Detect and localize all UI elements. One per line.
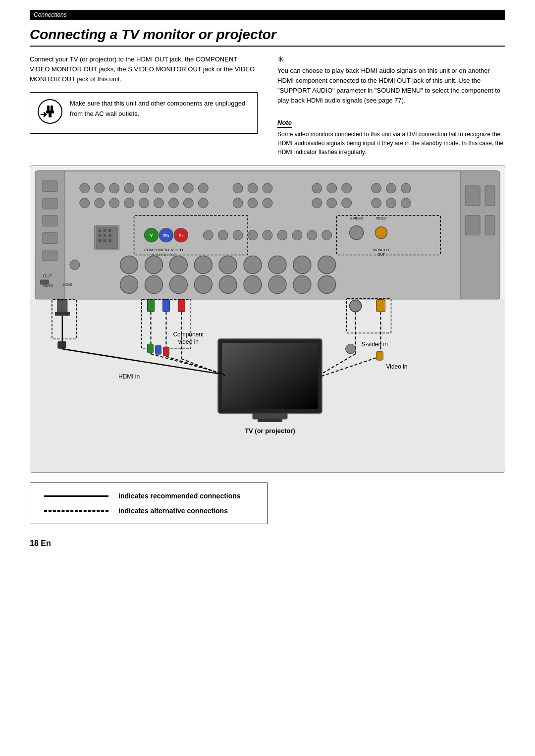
svg-rect-147 xyxy=(163,347,169,356)
svg-point-35 xyxy=(263,198,272,208)
svg-text:video in: video in xyxy=(178,338,199,345)
svg-text:COMPONENT VIDEO: COMPONENT VIDEO xyxy=(144,247,183,252)
svg-point-27 xyxy=(124,198,134,208)
svg-point-98 xyxy=(318,275,336,293)
svg-rect-116 xyxy=(162,299,169,312)
svg-text:HDMI: HDMI xyxy=(63,283,72,286)
svg-point-81 xyxy=(120,256,138,273)
svg-point-29 xyxy=(154,198,163,208)
warning-box: Make sure that this unit and other compo… xyxy=(30,92,258,134)
svg-point-85 xyxy=(219,256,237,273)
svg-rect-146 xyxy=(155,345,161,354)
svg-point-10 xyxy=(139,183,149,193)
svg-text:MONITOR: MONITOR xyxy=(373,248,389,251)
intro-left-text: Connect your TV (or projector) to the HD… xyxy=(30,54,258,84)
svg-text:Pb: Pb xyxy=(163,233,169,238)
svg-rect-45 xyxy=(43,215,57,226)
svg-text:Video in: Video in xyxy=(386,363,407,370)
svg-point-67 xyxy=(233,230,243,240)
svg-point-90 xyxy=(120,275,138,293)
svg-rect-115 xyxy=(148,299,155,312)
diagram-svg: OUT HDMI Y Pb Pr COMPONENT VIDEO MONITOR… xyxy=(30,166,505,473)
svg-point-40 xyxy=(386,198,396,208)
svg-point-68 xyxy=(248,230,258,240)
svg-rect-50 xyxy=(40,279,49,284)
svg-point-65 xyxy=(203,230,213,240)
svg-point-18 xyxy=(312,183,322,193)
dashed-line-icon xyxy=(44,510,108,512)
svg-point-72 xyxy=(307,230,317,240)
svg-rect-117 xyxy=(178,299,185,312)
svg-point-39 xyxy=(372,198,381,208)
svg-point-82 xyxy=(145,256,163,273)
svg-point-38 xyxy=(342,198,352,208)
svg-rect-1 xyxy=(47,106,50,110)
svg-rect-121 xyxy=(222,343,318,409)
page-number: 18 En xyxy=(30,539,505,548)
svg-point-96 xyxy=(268,275,286,293)
svg-point-34 xyxy=(248,198,258,208)
svg-point-70 xyxy=(277,230,287,240)
svg-point-6 xyxy=(80,183,90,193)
svg-rect-108 xyxy=(104,239,107,242)
svg-rect-52 xyxy=(465,185,480,205)
svg-rect-102 xyxy=(104,229,107,232)
intro-right: ✳︎ You can choose to play back HDMI audi… xyxy=(277,54,505,157)
svg-point-37 xyxy=(327,198,337,208)
svg-point-15 xyxy=(233,183,243,193)
svg-point-75 xyxy=(350,225,364,239)
svg-rect-122 xyxy=(253,413,287,419)
svg-text:Pr: Pr xyxy=(179,233,184,238)
warning-icon xyxy=(37,99,63,127)
svg-rect-3 xyxy=(46,110,54,113)
note-text: Some video monitors connected to this un… xyxy=(277,130,505,157)
svg-point-14 xyxy=(198,183,208,193)
solid-label: indicates recommended connections xyxy=(118,492,241,500)
svg-point-69 xyxy=(263,230,272,240)
svg-point-89 xyxy=(318,256,336,273)
svg-point-24 xyxy=(80,198,90,208)
svg-point-91 xyxy=(145,275,163,293)
svg-point-8 xyxy=(109,183,119,193)
svg-rect-47 xyxy=(43,250,57,261)
svg-rect-123 xyxy=(258,419,282,422)
svg-point-95 xyxy=(244,275,262,293)
svg-point-20 xyxy=(342,183,352,193)
svg-rect-43 xyxy=(43,180,57,191)
legend-box: indicates recommended connections indica… xyxy=(30,483,268,524)
intro-left: Connect your TV (or projector) to the HD… xyxy=(30,54,258,157)
svg-rect-53 xyxy=(485,185,495,205)
svg-point-84 xyxy=(194,256,212,273)
breadcrumb: Connections xyxy=(30,10,505,20)
svg-point-66 xyxy=(218,230,228,240)
svg-rect-114 xyxy=(55,312,70,316)
svg-point-30 xyxy=(168,198,178,208)
svg-rect-150 xyxy=(58,341,66,348)
svg-text:S VIDEO: S VIDEO xyxy=(349,216,364,219)
svg-rect-55 xyxy=(485,215,495,235)
intro-right-text: You can choose to play back HDMI audio s… xyxy=(277,66,505,106)
svg-point-19 xyxy=(327,183,337,193)
tip-icon: ✳︎ xyxy=(277,54,505,64)
svg-text:VIDEO: VIDEO xyxy=(376,216,387,219)
svg-point-93 xyxy=(194,275,212,293)
svg-rect-4 xyxy=(49,113,52,117)
page-title: Connecting a TV monitor or projector xyxy=(30,27,505,47)
svg-point-110 xyxy=(70,260,80,270)
svg-text:HDMI in: HDMI in xyxy=(118,373,140,380)
svg-point-22 xyxy=(386,183,396,193)
legend-solid: indicates recommended connections xyxy=(44,492,253,500)
svg-point-11 xyxy=(154,183,163,193)
svg-rect-109 xyxy=(108,239,111,242)
svg-point-88 xyxy=(293,256,311,273)
svg-point-77 xyxy=(375,226,387,238)
svg-point-9 xyxy=(124,183,134,193)
svg-point-13 xyxy=(183,183,193,193)
svg-point-73 xyxy=(322,230,332,240)
intro-columns: Connect your TV (or projector) to the HD… xyxy=(30,54,505,157)
page: Connections Connecting a TV monitor or p… xyxy=(0,0,535,756)
svg-rect-54 xyxy=(465,215,480,235)
svg-rect-104 xyxy=(99,234,102,237)
svg-point-33 xyxy=(233,198,243,208)
svg-point-36 xyxy=(312,198,322,208)
